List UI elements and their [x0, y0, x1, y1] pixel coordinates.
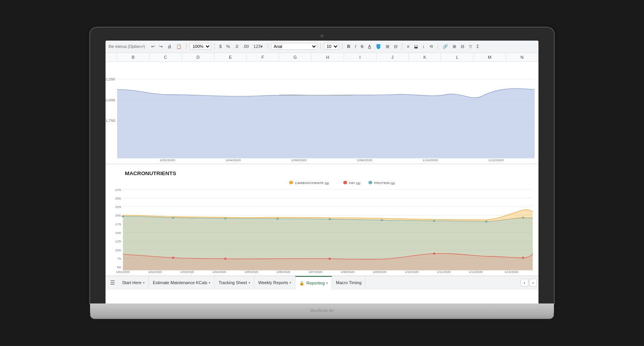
- bold-btn[interactable]: B: [346, 43, 352, 49]
- dollar-btn[interactable]: $: [218, 43, 223, 49]
- svg-text:1/07/2020: 1/07/2020: [308, 270, 322, 273]
- tab-weekly[interactable]: Weekly Reports ▾: [254, 276, 295, 290]
- svg-text:75: 75: [117, 257, 121, 260]
- svg-text:50: 50: [117, 265, 121, 269]
- tab-start-here-arrow: ▾: [143, 281, 145, 285]
- svg-text:1/06/2020: 1/06/2020: [276, 270, 290, 273]
- col-n[interactable]: N: [506, 53, 538, 61]
- spreadsheet-area: B C D E F G H I J K L M N: [106, 53, 538, 290]
- tab-next-btn[interactable]: ›: [529, 279, 537, 286]
- svg-text:1/02/2020: 1/02/2020: [160, 158, 175, 162]
- laptop-container: the menus (Option+/) ↩ ↪ 🖨 📋 100% 75% 12…: [90, 27, 554, 319]
- laptop-base: [90, 303, 554, 314]
- svg-text:PROTEIN (g): PROTEIN (g): [374, 181, 395, 184]
- col-j[interactable]: J: [377, 53, 409, 61]
- comment-btn[interactable]: ⊞: [451, 43, 458, 50]
- col-k[interactable]: K: [409, 53, 441, 61]
- tab-weekly-arrow: ▾: [290, 281, 291, 285]
- divider-4: [320, 43, 321, 49]
- strikethrough-btn[interactable]: S: [359, 43, 365, 49]
- svg-point-59: [522, 256, 524, 258]
- merge-btn[interactable]: ⊟: [392, 43, 399, 50]
- chart-btn[interactable]: ⊟: [459, 43, 466, 50]
- svg-text:1/13/2020: 1/13/2020: [504, 270, 518, 273]
- svg-text:1/11/2020: 1/11/2020: [437, 270, 451, 273]
- format123-btn[interactable]: 123▾: [252, 43, 264, 50]
- screen-bezel: the menus (Option+/) ↩ ↪ 🖨 📋 100% 75% 12…: [90, 27, 554, 303]
- svg-text:1/05/2020: 1/05/2020: [244, 270, 258, 273]
- svg-text:1/12/2020: 1/12/2020: [488, 158, 504, 162]
- svg-text:1/01/2020: 1/01/2020: [116, 270, 130, 273]
- svg-point-24: [368, 181, 372, 184]
- tab-estimate-arrow: ▾: [209, 281, 210, 285]
- tab-reporting-arrow: ▾: [326, 281, 328, 285]
- percent-btn[interactable]: %: [225, 43, 232, 49]
- col-e[interactable]: E: [215, 53, 247, 61]
- laptop-bottom: [90, 314, 554, 319]
- svg-text:1/04/2020: 1/04/2020: [212, 270, 226, 273]
- formula-btn[interactable]: Σ: [475, 43, 481, 49]
- redo-btn[interactable]: ↪: [158, 43, 164, 50]
- align-v-btn[interactable]: ⬓: [412, 43, 419, 50]
- svg-text:1/08/2020: 1/08/2020: [341, 270, 354, 273]
- tab-prev-btn[interactable]: ‹: [521, 279, 528, 286]
- borders-btn[interactable]: ⊞: [384, 43, 391, 50]
- decimal0-btn[interactable]: .0: [233, 43, 240, 49]
- col-h[interactable]: H: [312, 53, 344, 61]
- col-b[interactable]: B: [117, 53, 150, 61]
- divider-1: [186, 43, 187, 49]
- bottom-tabs: ☰ Start Here ▾ Estimate Maintenance KCal…: [106, 276, 538, 290]
- col-g[interactable]: G: [279, 53, 312, 61]
- svg-text:100: 100: [115, 248, 121, 252]
- tab-start-here-label: Start Here: [122, 280, 141, 285]
- align-left-btn[interactable]: ≡: [405, 43, 411, 49]
- chart-container: 2,250 2,000 1,750: [106, 62, 538, 276]
- col-l[interactable]: L: [441, 53, 474, 61]
- col-c[interactable]: C: [150, 53, 182, 61]
- svg-point-56: [224, 257, 227, 259]
- wrap-btn[interactable]: ↕: [421, 43, 426, 49]
- tab-tracking-label: Tracking Sheet: [218, 280, 247, 285]
- tab-start-here[interactable]: Start Here ▾: [118, 276, 149, 290]
- tab-nav: ‹ ›: [521, 279, 537, 286]
- svg-text:275: 275: [115, 188, 121, 191]
- col-m[interactable]: M: [474, 53, 506, 61]
- svg-point-55: [172, 256, 174, 258]
- col-f[interactable]: F: [247, 53, 279, 61]
- rotate-btn[interactable]: ⟲: [428, 43, 434, 50]
- row-num-header: [106, 53, 117, 61]
- divider-5: [342, 43, 342, 49]
- svg-text:1/09/2020: 1/09/2020: [373, 270, 387, 273]
- decimal00-btn[interactable]: .00: [241, 43, 250, 49]
- font-select[interactable]: Arial Times New Roman: [271, 43, 317, 50]
- filter-btn[interactable]: ▽: [467, 43, 474, 50]
- fill-btn[interactable]: 🪣: [374, 43, 383, 50]
- macro-chart: MACRONUTRIENTS CARBOHYDRATE (g) FAT (g) …: [106, 165, 538, 275]
- tab-macro-timing[interactable]: Macro Timing: [332, 276, 366, 290]
- print-btn[interactable]: 🖨: [166, 43, 173, 49]
- svg-text:1,750: 1,750: [106, 118, 115, 122]
- sheets-menu-icon[interactable]: ☰: [107, 280, 118, 286]
- italic-btn[interactable]: I: [353, 43, 358, 49]
- tab-reporting[interactable]: 🔒 Reporting ▾: [295, 276, 332, 290]
- tab-reporting-label: Reporting: [306, 281, 325, 285]
- link-btn[interactable]: 🔗: [441, 43, 450, 50]
- font-size-select[interactable]: 10 8 12: [324, 43, 339, 50]
- svg-text:MACRONUTRIENTS: MACRONUTRIENTS: [125, 170, 176, 176]
- col-d[interactable]: D: [182, 53, 215, 61]
- svg-point-58: [433, 252, 435, 254]
- underline-btn[interactable]: A: [366, 43, 372, 49]
- zoom-select[interactable]: 100% 75% 125%: [190, 43, 211, 50]
- divider-7: [438, 43, 438, 49]
- top-chart: 2,250 2,000 1,750: [106, 62, 538, 164]
- svg-point-19: [289, 181, 293, 184]
- tab-estimate[interactable]: Estimate Maintenance KCals ▾: [149, 276, 215, 290]
- toolbar: the menus (Option+/) ↩ ↪ 🖨 📋 100% 75% 12…: [106, 41, 538, 53]
- undo-btn[interactable]: ↩: [150, 43, 156, 50]
- svg-text:1/03/2020: 1/03/2020: [180, 270, 194, 273]
- tab-tracking[interactable]: Tracking Sheet ▾: [215, 276, 254, 290]
- screen: the menus (Option+/) ↩ ↪ 🖨 📋 100% 75% 12…: [106, 41, 538, 303]
- charts-svg: 2,250 2,000 1,750: [106, 62, 538, 276]
- copy-btn[interactable]: 📋: [175, 43, 183, 50]
- col-i[interactable]: I: [344, 53, 377, 61]
